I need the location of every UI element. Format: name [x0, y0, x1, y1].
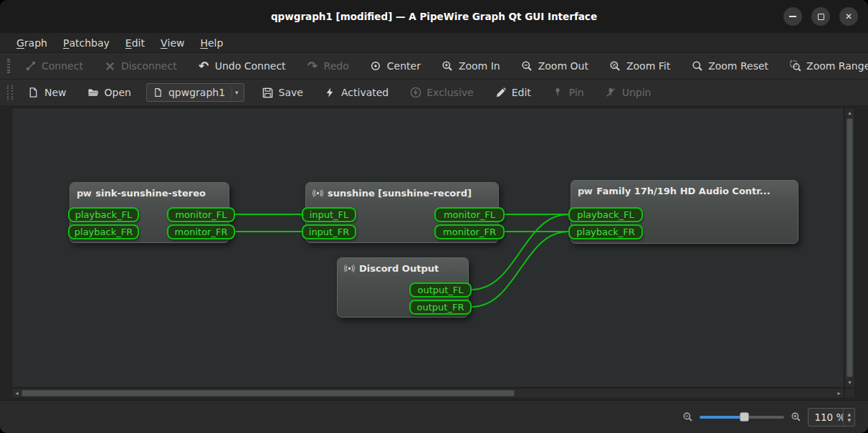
node-title: sunshine [sunshine-record] [328, 188, 472, 199]
connect-button[interactable]: Connect [17, 55, 90, 77]
patchbay-profile-value: qpwgraph1 [168, 87, 225, 98]
save-icon [262, 87, 274, 99]
zoom-reset-icon [691, 60, 703, 72]
port-playback-fr[interactable]: playback_FR [568, 224, 643, 239]
redo-button[interactable]: ↷ Redo [300, 55, 356, 77]
disconnect-button[interactable]: Disconnect [97, 55, 184, 77]
open-button[interactable]: Open [80, 82, 138, 103]
port-output-fr[interactable]: output_FR [409, 300, 472, 315]
zoom-value-input[interactable] [809, 411, 843, 423]
activated-bolt-icon [324, 87, 336, 99]
redo-label: Redo [324, 60, 349, 72]
zoom-out-icon [521, 60, 533, 72]
port-monitor-fl[interactable]: monitor_FL [434, 207, 505, 222]
combo-dropdown-arrow-icon[interactable]: ▾ [232, 86, 242, 99]
center-icon [370, 60, 382, 72]
vertical-scrollbar-thumb[interactable] [846, 118, 853, 377]
unpin-button[interactable]: Unpin [598, 82, 659, 103]
vertical-scrollbar[interactable]: ▴ ▾ [844, 108, 855, 388]
minimize-icon [789, 16, 796, 17]
spin-up-arrow-icon[interactable]: ▲ [844, 411, 854, 417]
canvas-frame: pw sink-sunshine-stereo sunshine [sunshi… [11, 108, 855, 399]
save-button[interactable]: Save [254, 82, 310, 103]
menu-graph[interactable]: Graph [9, 33, 55, 52]
scrollbar-corner [844, 388, 855, 399]
pin-button[interactable]: Pin [545, 82, 591, 103]
title-bar[interactable]: qpwgraph1 [modified] — A PipeWire Graph … [0, 0, 868, 33]
port-input-fr[interactable]: input_FR [302, 224, 356, 239]
edit-button[interactable]: Edit [487, 82, 538, 103]
scroll-down-arrow[interactable]: ▾ [845, 378, 854, 387]
zoom-fit-button[interactable]: Zoom Fit [602, 55, 677, 77]
undo-connect-button[interactable]: ↶ Undo Connect [191, 55, 293, 77]
save-label: Save [279, 87, 303, 98]
new-button[interactable]: New [20, 82, 74, 103]
connect-label: Connect [42, 60, 83, 72]
zoom-in-icon[interactable] [791, 411, 801, 422]
port-playback-fl[interactable]: playback_FL [568, 207, 643, 222]
spin-down-arrow-icon[interactable]: ▼ [844, 417, 854, 423]
zoom-reset-button[interactable]: Zoom Reset [684, 55, 776, 77]
horizontal-scrollbar-thumb[interactable] [22, 390, 515, 396]
scroll-up-arrow[interactable]: ▴ [845, 108, 854, 118]
zoom-fit-label: Zoom Fit [626, 60, 670, 72]
menu-patchbay[interactable]: Patchbay [55, 33, 118, 52]
toolbar-handle[interactable] [7, 59, 10, 73]
disconnect-icon [104, 60, 116, 72]
horizontal-scrollbar[interactable]: ◂ ▸ [11, 388, 844, 399]
port-output-fl[interactable]: output_FL [409, 282, 472, 298]
pipewire-icon: pw [77, 189, 91, 198]
pin-label: Pin [569, 87, 584, 98]
node-title: Family 17h/19h HD Audio Contr... [596, 186, 770, 196]
zoom-out-icon[interactable] [682, 411, 693, 422]
patchbay-file-icon [152, 87, 164, 99]
audio-record-icon [344, 263, 355, 274]
maximize-button[interactable] [811, 7, 830, 26]
port-input-fl[interactable]: input_FL [302, 207, 356, 222]
activated-toggle[interactable]: Activated [317, 82, 396, 103]
close-icon: ✕ [845, 11, 852, 22]
menu-label: raph [24, 37, 47, 49]
undo-icon: ↶ [198, 60, 210, 72]
center-button[interactable]: Center [363, 55, 428, 77]
zoom-slider-handle[interactable] [740, 412, 749, 422]
scroll-left-arrow[interactable]: ◂ [12, 389, 22, 398]
port-monitor-fr[interactable]: monitor_FR [434, 224, 505, 239]
minimize-button[interactable] [783, 7, 802, 26]
zoom-in-button[interactable]: Zoom In [434, 55, 507, 77]
menu-label-accel: H [200, 37, 208, 49]
menu-help[interactable]: Help [192, 33, 231, 52]
menu-label: atchbay [69, 37, 109, 49]
scroll-right-arrow[interactable]: ▸ [834, 389, 844, 398]
port-monitor-fr[interactable]: monitor_FR [167, 224, 235, 239]
toolbar-handle[interactable] [7, 85, 13, 100]
maximize-icon [818, 14, 824, 20]
menu-label: iew [168, 37, 185, 49]
exclusive-toggle[interactable]: Exclusive [402, 82, 480, 103]
zoom-slider[interactable] [700, 411, 784, 422]
zoom-slider-track[interactable] [744, 416, 785, 419]
patchbay-profile-combobox[interactable]: qpwgraph1 ▾ [146, 83, 244, 102]
edit-label: Edit [512, 87, 531, 98]
graph-canvas[interactable]: pw sink-sunshine-stereo sunshine [sunshi… [11, 108, 844, 388]
port-playback-fr[interactable]: playback_FR [68, 224, 139, 239]
disconnect-label: Disconnect [121, 60, 177, 72]
zoom-range-label: Zoom Range [806, 60, 868, 72]
menu-view[interactable]: View [153, 33, 193, 52]
exclusive-bolt-icon [409, 87, 421, 99]
new-label: New [44, 87, 67, 98]
center-label: Center [387, 60, 421, 72]
zoom-out-button[interactable]: Zoom Out [514, 55, 596, 77]
horizontal-scrollbar-track[interactable] [515, 389, 834, 398]
zoom-out-label: Zoom Out [538, 60, 588, 72]
port-playback-fl[interactable]: playback_FL [68, 207, 139, 222]
menu-edit[interactable]: Edit [118, 33, 153, 52]
port-monitor-fl[interactable]: monitor_FL [167, 207, 235, 222]
exclusive-label: Exclusive [426, 87, 473, 98]
audio-record-icon [313, 188, 323, 199]
zoom-range-icon [789, 60, 801, 72]
close-button[interactable]: ✕ [839, 7, 858, 26]
connections-layer [12, 108, 844, 388]
connect-icon [24, 60, 37, 72]
zoom-range-button[interactable]: Zoom Range [782, 55, 868, 77]
